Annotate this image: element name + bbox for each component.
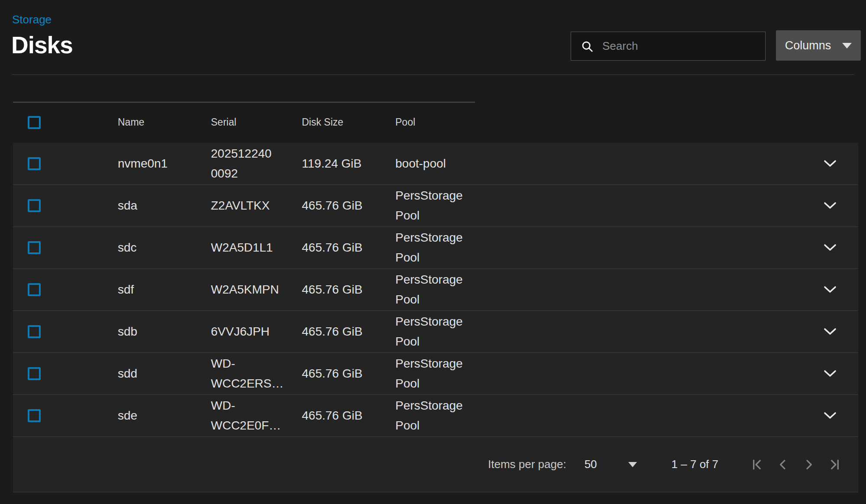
row-checkbox[interactable]: [28, 367, 41, 380]
table-row[interactable]: sdd WD-WCC2ERS… 465.76 GiB PersStoragePo…: [13, 353, 858, 395]
table-row[interactable]: sdf W2A5KMPN 465.76 GiB PersStoragePool: [13, 269, 858, 311]
disk-serial: 2025122400092: [211, 144, 302, 184]
items-per-page-select[interactable]: 50: [585, 458, 637, 471]
expand-row-button[interactable]: [802, 353, 858, 394]
table-header-row: Name Serial Disk Size Pool: [13, 102, 858, 143]
table-row[interactable]: sdb 6VVJ6JPH 465.76 GiB PersStoragePool: [13, 311, 858, 353]
expand-row-button[interactable]: [802, 311, 858, 352]
disk-size: 465.76 GiB: [302, 196, 395, 216]
expand-row-button[interactable]: [802, 269, 858, 310]
items-per-page-value: 50: [585, 458, 597, 471]
pagination-range-label: 1 – 7 of 7: [672, 458, 718, 471]
disk-serial: WD-WCC2ERS…: [211, 354, 302, 394]
header-divider: [12, 74, 854, 75]
disk-serial: W2A5D1L1: [211, 238, 302, 258]
last-page-icon: [828, 458, 842, 472]
row-checkbox[interactable]: [28, 409, 41, 422]
row-checkbox[interactable]: [28, 157, 41, 170]
chevron-right-icon: [802, 458, 816, 472]
chevron-left-icon: [776, 458, 790, 472]
column-header-pool[interactable]: Pool: [395, 116, 802, 128]
disk-pool: boot-pool: [395, 154, 802, 174]
table-footer: Items per page: 50 1 – 7 of 7: [13, 437, 858, 492]
row-checkbox[interactable]: [28, 283, 41, 296]
expand-row-button[interactable]: [802, 185, 858, 226]
disk-serial: 6VVJ6JPH: [211, 322, 302, 342]
disk-pool: PersStoragePool: [395, 312, 802, 352]
column-header-disk-size[interactable]: Disk Size: [302, 116, 395, 128]
next-page-button[interactable]: [801, 456, 816, 473]
row-checkbox[interactable]: [28, 325, 41, 338]
expand-row-button[interactable]: [802, 395, 858, 436]
previous-page-button[interactable]: [776, 456, 790, 473]
column-header-name[interactable]: Name: [118, 116, 211, 128]
disk-size: 119.24 GiB: [302, 154, 395, 174]
chevron-down-icon: [824, 370, 837, 378]
search-input[interactable]: [594, 32, 765, 60]
columns-button-label: Columns: [785, 39, 831, 52]
search-box[interactable]: [571, 32, 766, 61]
chevron-down-icon: [842, 43, 852, 48]
disk-serial: Z2AVLTKX: [211, 196, 302, 216]
first-page-button[interactable]: [750, 456, 764, 473]
disk-pool: PersStoragePool: [395, 228, 802, 268]
disk-name: nvme0n1: [118, 154, 211, 174]
column-header-serial[interactable]: Serial: [211, 116, 302, 128]
expand-row-button[interactable]: [802, 143, 858, 184]
disk-serial: W2A5KMPN: [211, 280, 302, 300]
disk-name: sdd: [118, 364, 211, 384]
chevron-down-icon: [824, 328, 837, 336]
chevron-down-icon: [824, 412, 837, 420]
table-row[interactable]: nvme0n1 2025122400092 119.24 GiB boot-po…: [13, 143, 858, 185]
disk-size: 465.76 GiB: [302, 322, 395, 342]
disk-serial: WD-WCC2E0F…: [211, 396, 302, 436]
last-page-button[interactable]: [827, 456, 842, 473]
disk-name: sdf: [118, 280, 211, 300]
disk-pool: PersStoragePool: [395, 396, 802, 436]
disk-pool: PersStoragePool: [395, 270, 802, 310]
disk-size: 465.76 GiB: [302, 406, 395, 426]
breadcrumb-storage-link[interactable]: Storage: [12, 13, 52, 26]
items-per-page-label: Items per page:: [488, 458, 566, 471]
disk-name: sdb: [118, 322, 211, 342]
chevron-down-icon: [824, 202, 837, 210]
disk-size: 465.76 GiB: [302, 238, 395, 258]
table-row[interactable]: sde WD-WCC2E0F… 465.76 GiB PersStoragePo…: [13, 395, 858, 437]
disk-size: 465.76 GiB: [302, 280, 395, 300]
page-title: Disks: [11, 31, 73, 59]
expand-row-button[interactable]: [802, 227, 858, 268]
first-page-icon: [750, 458, 764, 472]
columns-button[interactable]: Columns: [776, 30, 861, 61]
disk-pool: PersStoragePool: [395, 186, 802, 226]
disks-table: Name Serial Disk Size Pool nvme0n1 20251…: [13, 102, 858, 492]
search-icon: [581, 40, 594, 53]
chevron-down-icon: [824, 160, 837, 168]
chevron-down-icon: [824, 286, 837, 294]
table-row[interactable]: sdc W2A5D1L1 465.76 GiB PersStoragePool: [13, 227, 858, 269]
chevron-down-icon: [824, 244, 837, 252]
table-row[interactable]: sda Z2AVLTKX 465.76 GiB PersStoragePool: [13, 185, 858, 227]
disk-name: sde: [118, 406, 211, 426]
row-checkbox[interactable]: [28, 241, 41, 254]
disk-name: sdc: [118, 238, 211, 258]
row-checkbox[interactable]: [28, 199, 41, 212]
disk-name: sda: [118, 196, 211, 216]
pagination-controls: [750, 456, 842, 473]
chevron-down-icon: [628, 462, 637, 467]
select-all-checkbox[interactable]: [28, 116, 41, 129]
disk-size: 465.76 GiB: [302, 364, 395, 384]
disk-pool: PersStoragePool: [395, 354, 802, 394]
